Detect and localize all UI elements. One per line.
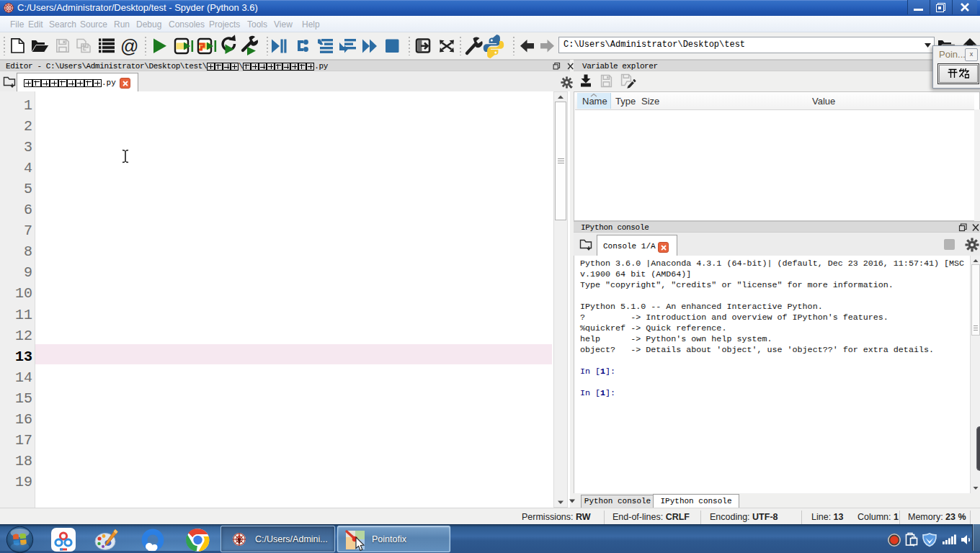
- svg-text:@: @: [120, 36, 138, 56]
